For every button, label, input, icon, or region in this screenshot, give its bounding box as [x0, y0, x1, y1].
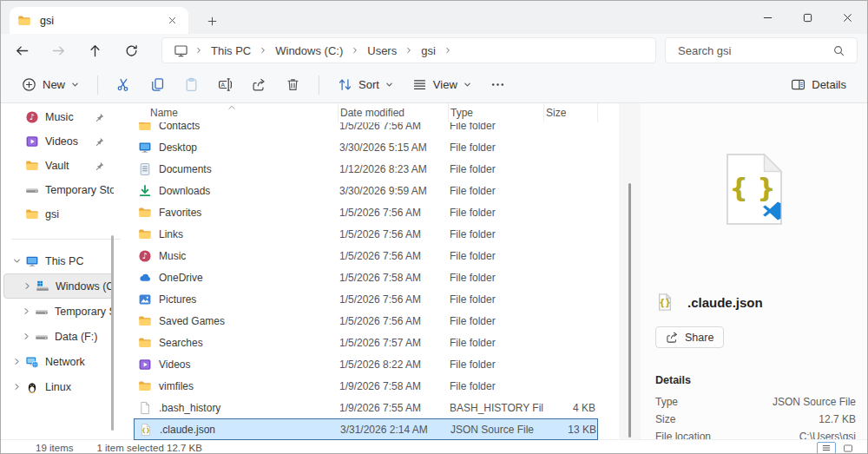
copy-button[interactable] — [141, 71, 174, 99]
chevron-right-icon[interactable] — [403, 44, 415, 56]
file-row-desktop[interactable]: Desktop3/30/2026 5:15 AMFile folder — [134, 136, 598, 158]
file-row-searches[interactable]: Searches1/5/2026 7:57 AMFile folder — [134, 332, 598, 353]
chevron-right-icon[interactable] — [10, 355, 23, 368]
sidebar-scrollbar[interactable] — [111, 235, 114, 431]
paste-button[interactable] — [175, 71, 207, 99]
breadcrumb-item-users[interactable]: Users — [361, 44, 403, 57]
tab-close-icon[interactable] — [163, 12, 181, 30]
date-modified-cell: 3/30/2026 9:59 AM — [338, 185, 448, 197]
file-row-bash-history[interactable]: .bash_history1/9/2026 7:55 AMBASH_HISTOR… — [134, 397, 598, 418]
file-name: Downloads — [159, 185, 210, 197]
desktop-icon — [138, 141, 152, 155]
date-modified-cell: 1/12/2026 8:23 AM — [338, 163, 448, 175]
sidebar-item-videos[interactable]: Videos — [3, 129, 114, 154]
forward-button[interactable] — [44, 37, 72, 63]
sidebar-item-vault[interactable]: Vault — [3, 154, 114, 178]
sidebar-item-label: Temporary Stora — [45, 184, 114, 196]
date-modified-cell: 1/5/2026 7:56 AM — [338, 315, 448, 327]
breadcrumb-item-gsi[interactable]: gsi — [415, 44, 442, 57]
file-row-videos[interactable]: Videos1/5/2026 8:22 AMFile folder — [134, 353, 598, 375]
up-button[interactable] — [81, 37, 108, 63]
share-button[interactable] — [243, 71, 275, 99]
tab-gsi[interactable]: gsi — [10, 7, 188, 34]
drive-icon — [25, 183, 39, 197]
sidebar-item-label: Vault — [45, 160, 94, 172]
search-input[interactable] — [666, 44, 832, 57]
large-icons-view-toggle[interactable] — [841, 443, 855, 454]
breadcrumb-item-this-pc[interactable]: This PC — [205, 44, 257, 57]
pictures-icon — [138, 293, 152, 306]
new-button[interactable]: New — [13, 71, 88, 99]
details-pane-button[interactable]: Details — [782, 71, 855, 99]
file-row-vimfiles[interactable]: vimfiles1/9/2026 7:58 AMFile folder — [134, 375, 598, 397]
minimize-button[interactable] — [747, 1, 787, 34]
file-row-downloads[interactable]: Downloads3/30/2026 9:59 AMFile folder — [134, 180, 598, 201]
view-button[interactable]: View — [404, 71, 480, 99]
file-list-scrollbar-track[interactable] — [619, 103, 641, 439]
file-list-scrollbar-thumb[interactable] — [628, 183, 631, 438]
maximize-button[interactable] — [787, 1, 827, 34]
sidebar-item-music[interactable]: ♪Music — [3, 105, 114, 129]
pin-icon — [94, 161, 105, 172]
sidebar-item-network[interactable]: Network — [3, 349, 114, 374]
file-row-music[interactable]: ♪Music1/5/2026 7:56 AMFile folder — [134, 245, 598, 266]
sidebar-item-data-f[interactable]: Data (F:) — [3, 324, 114, 349]
share-button[interactable]: Share — [655, 326, 724, 348]
column-header-type[interactable]: Type — [448, 103, 543, 122]
chevron-right-icon[interactable] — [10, 380, 23, 393]
sidebar-item-label: gsi — [45, 208, 114, 220]
toolbar-divider — [97, 76, 98, 95]
refresh-button[interactable] — [117, 37, 145, 63]
chevron-right-icon[interactable] — [21, 280, 34, 293]
toolbar-divider — [319, 76, 319, 95]
chevron-right-icon[interactable] — [442, 44, 454, 56]
breadcrumb-item-windows-c[interactable]: Windows (C:) — [269, 44, 349, 57]
sidebar-item-temporary-stora[interactable]: Temporary Stora — [3, 178, 114, 202]
chevron-right-icon[interactable] — [20, 330, 33, 343]
videos-icon — [138, 358, 152, 372]
sort-button[interactable]: Sort — [329, 71, 402, 99]
file-row-documents[interactable]: Documents1/12/2026 8:23 AMFile folder — [134, 158, 598, 180]
type-cell: JSON Source File — [449, 424, 544, 436]
file-row-pictures[interactable]: Pictures1/5/2026 7:56 AMFile folder — [134, 288, 598, 310]
type-cell: File folder — [448, 185, 543, 197]
type-cell: File folder — [448, 163, 543, 175]
file-list-header: Name Date modified Type Size — [134, 103, 598, 122]
property-row-type: TypeJSON Source File — [655, 393, 856, 411]
date-modified-cell: 1/9/2026 7:55 AM — [338, 402, 448, 414]
details-view-toggle[interactable] — [817, 442, 836, 454]
details-section-title: Details — [655, 374, 691, 386]
sidebar-item-linux[interactable]: Linux — [3, 374, 114, 399]
chevron-down-icon[interactable] — [10, 254, 23, 267]
new-tab-button[interactable] — [201, 10, 222, 31]
sidebar-item-windows-c[interactable]: Windows (C:) — [3, 273, 114, 299]
file-name: Saved Games — [159, 315, 225, 327]
chevron-right-icon[interactable] — [349, 44, 361, 56]
rename-button[interactable]: A — [209, 71, 241, 99]
file-row-favorites[interactable]: Favorites1/5/2026 7:56 AMFile folder — [134, 201, 598, 223]
file-row-saved-games[interactable]: Saved Games1/5/2026 7:56 AMFile folder — [134, 310, 598, 332]
cut-button[interactable] — [108, 71, 140, 99]
file-row-onedrive[interactable]: OneDrive1/5/2026 7:58 AMFile folder — [134, 266, 598, 288]
sidebar-item-this-pc[interactable]: This PC — [3, 248, 114, 273]
chevron-right-icon[interactable] — [20, 305, 33, 318]
file-row-claude-json[interactable]: {}.claude.json3/31/2026 2:14 AMJSON Sour… — [134, 418, 598, 440]
close-button[interactable] — [827, 1, 867, 34]
more-options-button[interactable] — [482, 71, 514, 99]
back-button[interactable] — [8, 37, 36, 63]
file-name: .bash_history — [159, 402, 220, 414]
file-name-cell: Pictures — [134, 293, 338, 306]
folder-icon — [138, 314, 152, 328]
sidebar-item-temporary-sto[interactable]: Temporary Sto — [3, 299, 114, 324]
column-header-size[interactable]: Size — [543, 103, 598, 122]
os-drive-icon — [36, 280, 49, 293]
preview-file-row: {} .claude.json — [655, 293, 763, 312]
chevron-right-icon[interactable] — [193, 44, 205, 56]
file-row-links[interactable]: Links1/5/2026 7:56 AMFile folder — [134, 223, 598, 245]
sidebar-item-gsi[interactable]: gsi — [3, 202, 114, 227]
column-header-date-modified[interactable]: Date modified — [338, 103, 448, 122]
file-icon — [138, 401, 152, 415]
delete-button[interactable] — [277, 71, 309, 99]
breadcrumb-bar[interactable]: This PCWindows (C:)Usersgsi — [161, 37, 656, 63]
chevron-right-icon[interactable] — [257, 44, 269, 56]
